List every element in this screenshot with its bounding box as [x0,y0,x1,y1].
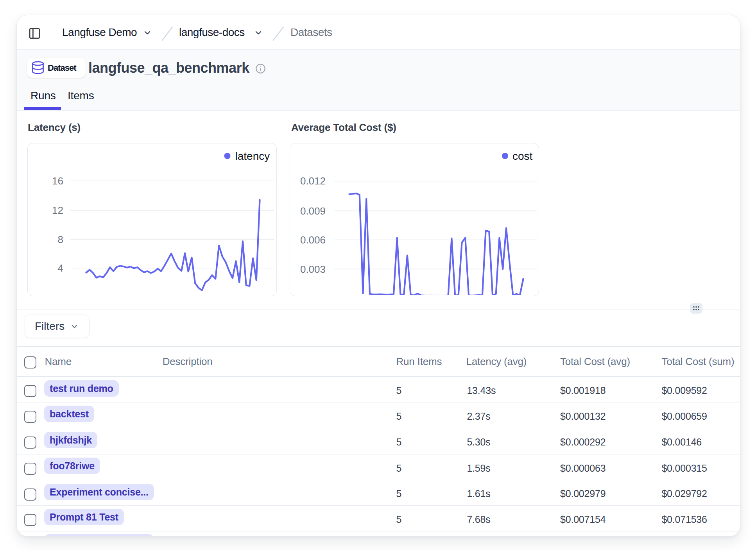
svg-text:4: 4 [58,262,63,274]
svg-text:12: 12 [52,204,63,216]
svg-text:16: 16 [52,175,63,187]
svg-text:0.003: 0.003 [300,263,326,275]
svg-text:latency: latency [235,150,270,162]
svg-text:cost: cost [512,150,533,162]
svg-text:0.009: 0.009 [300,205,326,216]
svg-text:0.006: 0.006 [300,234,326,246]
svg-text:0.012: 0.012 [300,175,326,187]
svg-text:8: 8 [58,233,63,245]
